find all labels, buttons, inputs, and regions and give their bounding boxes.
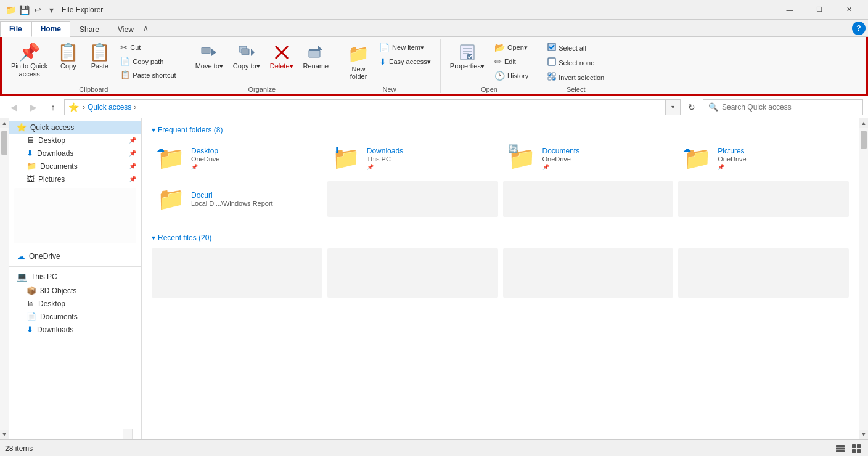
sidebar-documents-pc[interactable]: 📄 Documents xyxy=(9,310,141,323)
copy-path-icon: 📄 xyxy=(120,57,130,66)
sidebar-quick-access[interactable]: ⭐ Quick access xyxy=(9,121,141,134)
dropdown-icon[interactable]: ▾ xyxy=(46,4,57,15)
select-none-button[interactable]: Select none xyxy=(543,55,608,70)
close-button[interactable]: ✕ xyxy=(835,0,863,20)
recent-file-3[interactable] xyxy=(503,248,674,298)
folder-downloads[interactable]: 📁 ⬇ Downloads This PC 📌 xyxy=(327,140,498,176)
section-separator xyxy=(152,227,849,227)
edit-icon: ✏ xyxy=(494,57,502,67)
sidebar-item-pictures[interactable]: 🖼 Pictures 📌 xyxy=(9,173,141,185)
breadcrumb-quick-access[interactable]: Quick access xyxy=(88,103,131,112)
folder-docuri[interactable]: 📁 Docuri Local Di...\Windows Report xyxy=(152,181,322,217)
ribbon-collapse-btn[interactable]: ∧ xyxy=(143,24,149,33)
title-bar-icons: 📁 💾 ↩ ▾ xyxy=(5,4,57,15)
recent-file-2[interactable] xyxy=(327,248,498,298)
forward-button[interactable]: ▶ xyxy=(25,99,42,116)
new-item-button[interactable]: 📄 New item▾ xyxy=(375,41,435,54)
tiles-view-btn[interactable] xyxy=(850,442,863,455)
delete-button[interactable]: Delete▾ xyxy=(266,41,298,73)
desktop-pin-icon: 📌 xyxy=(129,137,136,144)
folder-desktop[interactable]: 📁 ☁ Desktop OneDrive 📌 xyxy=(152,140,322,176)
sidebar-desktop-pc[interactable]: 🖥 Desktop xyxy=(9,297,141,310)
invert-selection-button[interactable]: Invert selection xyxy=(543,70,608,84)
paste-button[interactable]: 📋 Paste xyxy=(84,41,115,73)
select-all-button[interactable]: Select all xyxy=(543,41,608,55)
help-button[interactable]: ? xyxy=(852,22,866,35)
downloads-folder-pin: 📌 xyxy=(367,164,403,170)
tab-share[interactable]: Share xyxy=(70,22,108,37)
tab-file[interactable]: File xyxy=(0,21,31,37)
maximize-button[interactable]: ☐ xyxy=(805,0,833,20)
pin-button[interactable]: 📌 Pin to Quickaccess xyxy=(7,41,52,81)
new-folder-button[interactable]: 📁 Newfolder xyxy=(343,41,374,83)
move-to-button[interactable]: Move to▾ xyxy=(191,41,227,73)
address-dropdown-btn[interactable]: ▾ xyxy=(665,100,680,115)
sidebar-item-downloads[interactable]: ⬇ Downloads 📌 xyxy=(9,147,141,160)
frequent-folders-header[interactable]: ▾ Frequent folders (8) xyxy=(152,126,849,134)
tab-view[interactable]: View xyxy=(108,22,143,37)
paste-shortcut-button[interactable]: 📋 Paste shortcut xyxy=(116,68,180,81)
up-button[interactable]: ↑ xyxy=(44,99,62,116)
copy-button[interactable]: 📋 Copy xyxy=(53,41,83,73)
properties-label: Properties▾ xyxy=(450,62,485,70)
folder-documents[interactable]: 📁 🔄 Documents OneDrive 📌 xyxy=(503,140,674,176)
docuri-folder-icon: 📁 xyxy=(157,186,185,212)
recent-chevron: ▾ xyxy=(152,234,155,242)
copy-path-button[interactable]: 📄 Copy path xyxy=(116,55,180,68)
minimize-button[interactable]: — xyxy=(776,0,804,20)
easy-access-button[interactable]: ⬇ Easy access▾ xyxy=(375,55,435,68)
quick-access-label: Quick access xyxy=(30,123,74,132)
recent-files-header[interactable]: ▾ Recent files (20) xyxy=(152,234,849,242)
sidebar-onedrive[interactable]: ☁ OneDrive xyxy=(9,249,141,264)
sidebar-scroll-thumb[interactable] xyxy=(1,131,7,155)
rename-button[interactable]: Rename xyxy=(299,41,334,73)
this-pc-icon: 💻 xyxy=(17,272,27,282)
3d-objects-icon: 📦 xyxy=(27,286,36,295)
history-button[interactable]: 🕐 History xyxy=(490,69,533,83)
open-button[interactable]: 📂 Open▾ xyxy=(490,41,533,54)
right-scroll-thumb[interactable] xyxy=(861,131,867,149)
details-view-btn[interactable] xyxy=(833,442,847,455)
sidebar-item-desktop[interactable]: 🖥 Desktop 📌 xyxy=(9,134,141,147)
cut-button[interactable]: ✂ Cut xyxy=(116,41,180,54)
svg-rect-16 xyxy=(548,58,555,65)
pictures-folder-sub: OneDrive xyxy=(718,155,746,163)
svg-rect-27 xyxy=(857,449,861,453)
move-to-icon xyxy=(200,44,218,61)
right-scroll-up-btn[interactable]: ▲ xyxy=(859,118,868,128)
rename-label: Rename xyxy=(303,62,329,70)
back-button[interactable]: ◀ xyxy=(5,99,22,116)
delete-label: Delete▾ xyxy=(270,62,293,70)
sidebar-scroll-up-btn[interactable]: ▲ xyxy=(0,118,9,128)
svg-marker-1 xyxy=(211,49,216,56)
search-input[interactable] xyxy=(722,103,858,112)
properties-button[interactable]: Properties▾ xyxy=(446,41,489,73)
sidebar-downloads-pc[interactable]: ⬇ Downloads xyxy=(9,323,141,336)
new-small-items: 📄 New item▾ ⬇ Easy access▾ xyxy=(375,41,435,68)
edit-button[interactable]: ✏ Edit xyxy=(490,55,533,68)
refresh-button[interactable]: ↻ xyxy=(683,99,700,116)
sidebar-scroll-track: ▲ ▼ xyxy=(0,118,9,439)
recent-file-1[interactable] xyxy=(152,248,322,298)
sidebar-this-pc[interactable]: 💻 This PC xyxy=(9,269,141,284)
open-label: Open xyxy=(481,84,497,93)
copy-to-button[interactable]: Copy to▾ xyxy=(229,41,264,73)
sidebar-item-documents[interactable]: 📁 Documents 📌 xyxy=(9,160,141,173)
select-items: Select all Select none Invert selection xyxy=(543,41,608,84)
clipboard-small-items: ✂ Cut 📄 Copy path 📋 Paste shortcut xyxy=(116,41,180,81)
svg-rect-24 xyxy=(852,444,856,448)
recent-file-4[interactable] xyxy=(678,248,849,298)
recent-label: Recent files (20) xyxy=(158,234,211,242)
clipboard-label: Clipboard xyxy=(79,84,108,93)
svg-rect-23 xyxy=(836,450,845,452)
sidebar-scroll-down-btn[interactable]: ▼ xyxy=(0,430,9,439)
sidebar-3d-objects[interactable]: 📦 3D Objects xyxy=(9,284,141,297)
right-scroll-down-btn[interactable]: ▼ xyxy=(859,430,868,439)
pictures-folder-icon-wrap: 📁 ☁ xyxy=(683,144,711,173)
copy-path-label: Copy path xyxy=(133,58,163,65)
open-items: Properties▾ 📂 Open▾ ✏ Edit 🕐 History xyxy=(446,41,533,84)
tab-home[interactable]: Home xyxy=(31,21,70,37)
folder-pictures[interactable]: 📁 ☁ Pictures OneDrive 📌 xyxy=(678,140,849,176)
desktop-folder-sub: OneDrive xyxy=(191,155,219,163)
blurred-folder-1 xyxy=(327,181,498,217)
